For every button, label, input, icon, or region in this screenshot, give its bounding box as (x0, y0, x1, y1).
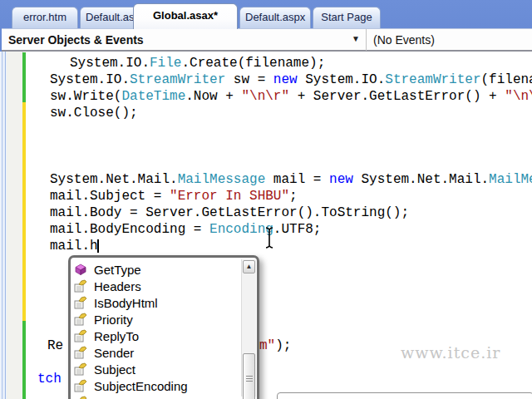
editor-navigation-bar: Server Objects & Events ▼ (No Events) (2, 28, 532, 52)
intellisense-item-SubjectEncoding[interactable]: SubjectEncoding (72, 377, 241, 394)
code-line-5: mail.Subject = "Error In SHBU"; (50, 190, 298, 203)
tab-Global.asax*[interactable]: Global.asax* (133, 3, 238, 29)
property-icon (74, 362, 89, 376)
intellisense-item-label: Subject (94, 362, 135, 377)
property-icon (74, 346, 89, 359)
intellisense-item-label: SubjectEncoding (94, 379, 188, 393)
intellisense-item-label: ReplyTo (94, 329, 139, 343)
intellisense-item-cutoff[interactable] (72, 394, 241, 399)
code-line-2: sw.Write(DateTime.Now + "\n\r" + Server.… (50, 90, 532, 103)
change-bar (22, 52, 26, 102)
code-line-11: tch (37, 372, 62, 386)
indicator-margin[interactable] (7, 52, 23, 399)
intellisense-item-Priority[interactable]: Priority (72, 311, 241, 328)
ibeam-cursor-icon (264, 226, 275, 249)
code-line-1: System.IO.StreamWriter sw = new System.I… (50, 73, 532, 86)
intellisense-list[interactable]: GetTypeHeadersIsBodyHtmlPriorityReplyToS… (72, 261, 241, 399)
code-line-6: mail.Body = Server.GetLastError().ToStri… (50, 206, 409, 219)
code-line-8: mail.h (50, 239, 98, 253)
intellisense-popup: GetTypeHeadersIsBodyHtmlPriorityReplyToS… (68, 255, 259, 399)
code-line-10: m"); (259, 339, 291, 352)
property-icon (74, 279, 89, 293)
editor-left-border (0, 52, 7, 399)
intellisense-item-ReplyTo[interactable]: ReplyTo (72, 328, 241, 344)
intellisense-item-label: Sender (94, 346, 134, 360)
method-icon (74, 263, 89, 276)
events-dropdown[interactable]: (No Events) (373, 33, 435, 47)
scroll-thumb[interactable] (243, 353, 255, 399)
code-line-7: mail.BodyEncoding = Encoding.UTF8; (50, 223, 321, 236)
intellisense-item-Headers[interactable]: Headers (72, 278, 241, 294)
scroll-thumb-grip (246, 376, 253, 382)
navbar-separator (366, 29, 367, 51)
change-bar (22, 102, 26, 321)
property-icon (74, 379, 89, 392)
text-caret (97, 239, 99, 253)
watermark-text: www.itce.ir (401, 343, 500, 362)
document-tab-strip: error.htmDefault.aspx.csGlobal.asax*Defa… (0, 0, 532, 29)
code-line-4: System.Net.Mail.MailMessage mail = new S… (50, 173, 532, 186)
intellisense-tooltip-edge (277, 392, 532, 399)
property-icon (74, 296, 89, 309)
scroll-up-button[interactable]: ▲ (243, 260, 255, 273)
intellisense-item-Subject[interactable]: Subject (72, 361, 241, 377)
intellisense-item-label: GetType (94, 263, 141, 277)
property-icon (74, 396, 89, 399)
tab-Default.aspx[interactable]: Default.aspx (239, 7, 311, 28)
tab-error.htm[interactable]: error.htm (12, 7, 78, 28)
code-line-9: Re (47, 339, 63, 352)
intellisense-item-GetType[interactable]: GetType (72, 261, 241, 278)
code-line-3: sw.Close(); (50, 106, 138, 120)
property-icon (74, 329, 89, 342)
chevron-down-icon[interactable]: ▼ (352, 34, 360, 43)
objects-dropdown[interactable]: Server Objects & Events (8, 33, 144, 47)
tab-Start Page[interactable]: Start Page (313, 7, 381, 28)
intellisense-item-label: Priority (94, 313, 133, 327)
intellisense-item-IsBodyHtml[interactable]: IsBodyHtml (72, 294, 241, 311)
change-bar (22, 321, 26, 399)
code-line-0: System.IO.File.Create(filename); (70, 57, 325, 70)
intellisense-item-Sender[interactable]: Sender (72, 344, 241, 361)
intellisense-item-label: Headers (94, 279, 141, 293)
popup-scrollbar[interactable]: ▲ (241, 259, 256, 397)
intellisense-item-label: IsBodyHtml (94, 296, 158, 310)
property-icon (74, 313, 89, 326)
